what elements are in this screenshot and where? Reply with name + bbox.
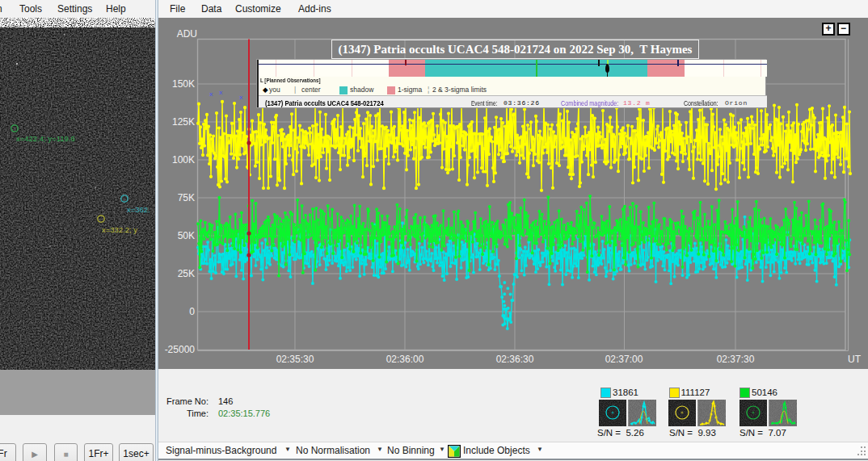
svg-text:02:37:00: 02:37:00 <box>605 354 643 365</box>
svg-text:02:37:30: 02:37:30 <box>717 354 755 365</box>
svg-text:02:36:30: 02:36:30 <box>496 354 534 365</box>
svg-text:x: x <box>239 94 243 101</box>
svg-text:125K: 125K <box>172 116 195 128</box>
svg-text:ADU: ADU <box>177 28 197 40</box>
svg-text:02:36:00: 02:36:00 <box>386 354 424 365</box>
svg-text:x=422.4; y=119.6: x=422.4; y=119.6 <box>16 134 75 143</box>
svg-text:UT: UT <box>848 354 862 365</box>
svg-text:x: x <box>219 89 223 96</box>
svg-text:0: 0 <box>189 306 195 317</box>
svg-text:02:35:30: 02:35:30 <box>276 354 314 365</box>
svg-text:x: x <box>209 90 213 98</box>
svg-text:50K: 50K <box>178 230 195 241</box>
svg-text:100K: 100K <box>172 154 195 166</box>
svg-text:x=332.2; y: x=332.2; y <box>102 225 137 234</box>
svg-text:75K: 75K <box>178 192 195 203</box>
svg-text:150K: 150K <box>172 78 195 90</box>
svg-text:x=362.: x=362. <box>127 205 150 214</box>
svg-text:-25000: -25000 <box>165 344 196 355</box>
svg-text:25K: 25K <box>178 268 195 279</box>
